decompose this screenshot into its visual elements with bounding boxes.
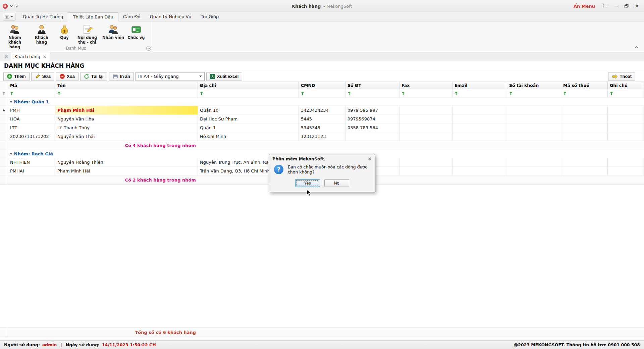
edit-button[interactable]: Sửa	[31, 72, 54, 81]
filter-cell[interactable]	[299, 89, 345, 98]
document-tab-khach-hang[interactable]: Khách hàng ×	[11, 52, 50, 61]
chevron-down-icon[interactable]	[10, 4, 13, 7]
grid-cell[interactable]	[399, 106, 452, 114]
filter-cell[interactable]	[452, 89, 507, 98]
column-header-so-dt[interactable]: Số ĐT	[345, 82, 399, 89]
grid-cell[interactable]: 5345345	[299, 123, 345, 132]
grid-cell[interactable]: 123123123	[299, 132, 345, 141]
column-header-ma[interactable]: Mã	[8, 82, 55, 89]
grid-cell[interactable]: 0979 595 987	[345, 106, 399, 114]
grid-cell[interactable]: Đại Học Sư Phạm	[198, 115, 299, 123]
grid-cell[interactable]	[507, 106, 561, 114]
grid-cell[interactable]	[399, 132, 452, 141]
grid-cell[interactable]: 5445	[299, 115, 345, 123]
column-header-so-tai-khoan[interactable]: Số tài khoản	[507, 82, 561, 89]
grid-cell[interactable]	[608, 106, 644, 114]
grid-cell[interactable]: Hồ Chí Minh	[198, 132, 299, 141]
grid-cell[interactable]	[507, 158, 561, 166]
filter-cell[interactable]	[608, 89, 644, 98]
grid-cell[interactable]	[608, 167, 644, 175]
grid-row[interactable]: HOANguyễn Văn HòaĐại Học Sư Phạm54450979…	[0, 115, 644, 123]
grid-cell[interactable]	[561, 106, 608, 114]
close-button[interactable]: ×	[632, 3, 641, 10]
add-button[interactable]: + Thêm	[3, 72, 30, 81]
no-button[interactable]: No	[324, 179, 349, 187]
grid-cell[interactable]	[608, 115, 644, 123]
grid-cell[interactable]	[399, 123, 452, 132]
grid-cell[interactable]	[561, 167, 608, 175]
grid-cell[interactable]	[507, 132, 561, 141]
grid-cell[interactable]	[507, 167, 561, 175]
filter-cell[interactable]	[198, 89, 299, 98]
ribbon-tab-quan-tri-he-thong[interactable]: Quản Trị Hệ Thống	[18, 12, 68, 21]
column-header-cmnd[interactable]: CMND	[299, 82, 345, 89]
collapse-group-icon[interactable]: ▾	[10, 100, 12, 104]
column-header-ma-so-thue[interactable]: Mã số thuế	[561, 82, 608, 89]
grid-cell[interactable]	[399, 158, 452, 166]
grid-cell[interactable]	[399, 167, 452, 175]
grid-cell[interactable]: Nguyễn Hoàng Thiện	[55, 158, 198, 166]
grid-cell[interactable]: HOA	[8, 115, 55, 123]
minimize-button[interactable]	[611, 3, 621, 10]
grid-cell[interactable]: Nguyễn Văn Thái	[55, 132, 198, 141]
yes-button[interactable]: Yes	[295, 179, 320, 187]
ribbon-collapse-button[interactable]	[633, 45, 639, 50]
row-indicator-cell[interactable]	[0, 106, 8, 114]
grid-cell[interactable]: Phạm Minh Hải	[55, 106, 198, 114]
grid-cell[interactable]	[452, 106, 507, 114]
display-settings-button[interactable]	[601, 3, 610, 10]
column-header-fax[interactable]: Fax	[399, 82, 452, 89]
grid-cell[interactable]	[608, 123, 644, 132]
grid-cell[interactable]	[452, 167, 507, 175]
reload-button[interactable]: Tải lại	[80, 72, 107, 81]
restore-button[interactable]	[622, 3, 631, 10]
grid-cell[interactable]: 0979569874	[345, 115, 399, 123]
grid-row[interactable]: 20230713173202Nguyễn Văn TháiHồ Chí Minh…	[0, 132, 644, 141]
grid-cell[interactable]: NHTHIEN	[8, 158, 55, 166]
group-header-cell[interactable]: ▾Nhóm: Quận 1	[8, 98, 644, 106]
grid-cell[interactable]	[608, 158, 644, 166]
column-header-ghi-chu[interactable]: Ghi chú	[608, 82, 644, 89]
grid-cell[interactable]: PMHAI	[8, 167, 55, 175]
grid-cell[interactable]: 3423434234	[299, 106, 345, 114]
close-all-tabs-button[interactable]: ×	[3, 52, 9, 61]
grid-cell[interactable]	[608, 132, 644, 141]
grid-cell[interactable]	[561, 115, 608, 123]
filter-cell[interactable]	[345, 89, 399, 98]
delete-button[interactable]: − Xóa	[56, 72, 78, 81]
grid-cell[interactable]	[561, 123, 608, 132]
grid-cell[interactable]: Lê Thanh Thúy	[55, 123, 198, 132]
grid-cell[interactable]	[561, 132, 608, 141]
dialog-titlebar[interactable]: Phần mềm MekonSoft. ×	[269, 154, 375, 163]
grid-cell[interactable]: Quận 10	[198, 106, 299, 114]
grid-cell[interactable]	[452, 132, 507, 141]
dialog-close-icon[interactable]: ×	[368, 156, 372, 161]
column-header-email[interactable]: Email	[452, 82, 507, 89]
grid-cell[interactable]: 0358 789 564	[345, 123, 399, 132]
grid-cell[interactable]: PMH	[8, 106, 55, 114]
filter-indicator-cell[interactable]	[0, 89, 8, 98]
ribbon-tab-tro-giup[interactable]: Trợ Giúp	[196, 12, 224, 21]
grid-row[interactable]: LTTLê Thanh ThúyQuận 153453450358 789 56…	[0, 123, 644, 132]
grid-cell[interactable]	[507, 115, 561, 123]
filter-cell[interactable]	[399, 89, 452, 98]
grid-cell[interactable]	[345, 132, 399, 141]
grid-cell[interactable]	[452, 115, 507, 123]
grid-cell[interactable]	[399, 115, 452, 123]
grid-cell[interactable]: Phạm Minh Hải	[55, 167, 198, 175]
collapse-group-icon[interactable]: ▾	[10, 152, 12, 156]
quick-access-customize-icon[interactable]	[15, 4, 19, 8]
grid-cell[interactable]: Quận 1	[198, 123, 299, 132]
grid-cell[interactable]	[452, 123, 507, 132]
ribbon-tab-quan-ly-nghiep-vu[interactable]: Quản Lý Nghiệp Vụ	[145, 12, 196, 21]
grid-cell[interactable]	[452, 158, 507, 166]
close-tab-icon[interactable]: ×	[43, 54, 47, 59]
print-mode-select[interactable]: In A4 - Giấy ngang	[136, 72, 205, 81]
exit-button[interactable]: Thoát	[608, 72, 635, 81]
application-menu-button[interactable]	[3, 13, 15, 20]
ribbon-tab-cam-do[interactable]: Cầm Đồ	[118, 12, 145, 21]
column-header-dia-chi[interactable]: Địa chỉ	[198, 82, 299, 89]
column-header-ten[interactable]: Tên	[55, 82, 198, 89]
hide-menu-button[interactable]: Ẩn Menu	[574, 4, 595, 9]
print-button[interactable]: In ấn	[109, 72, 134, 81]
